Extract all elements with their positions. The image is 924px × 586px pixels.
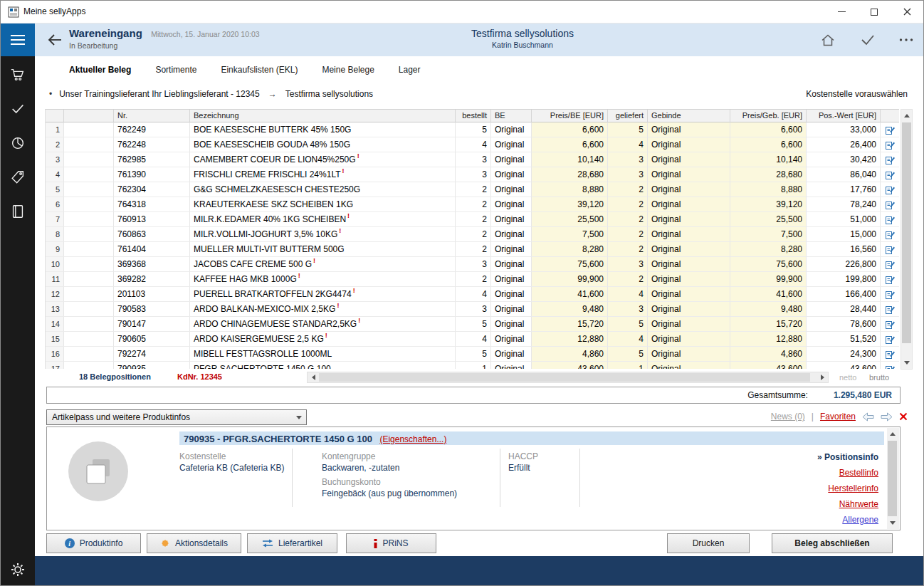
cell-gebinde[interactable]: Original bbox=[648, 362, 730, 369]
cell-preis-be[interactable]: 75,600 bbox=[532, 257, 608, 272]
cell-bestellt[interactable]: 4 bbox=[456, 137, 491, 152]
scrollbar-thumb[interactable] bbox=[902, 122, 911, 343]
table-row[interactable]: 11369282KAFFEE HAG MKB 1000G!2Original99… bbox=[46, 272, 899, 287]
cell-preis-geb[interactable]: 15,720 bbox=[730, 317, 807, 332]
tab-meine-belege[interactable]: Meine Belege bbox=[322, 65, 374, 75]
hscrollbar-thumb[interactable] bbox=[319, 373, 810, 382]
edit-position-icon[interactable] bbox=[881, 302, 899, 317]
edit-position-icon[interactable] bbox=[881, 242, 899, 257]
beleg-abschliessen-button[interactable]: Beleg abschließen bbox=[772, 533, 893, 553]
cell-preis-be[interactable]: 6,600 bbox=[532, 122, 608, 137]
table-row[interactable]: 2762248BOE KAESESCHEIB GOUDA 48% 150G4Or… bbox=[46, 137, 899, 152]
news-link[interactable]: News (0) bbox=[771, 412, 805, 422]
table-row[interactable]: 9761404MUELLER MULTI-VIT BUTTERM 500G2Or… bbox=[46, 242, 899, 257]
cell-geliefert[interactable]: 5 bbox=[608, 347, 648, 362]
positionsinfo-link[interactable]: » Positionsinfo bbox=[817, 449, 878, 465]
eigenschaften-link[interactable]: (Eigenschaften...) bbox=[379, 434, 446, 444]
cell-gebinde[interactable]: Original bbox=[648, 152, 730, 167]
cell-geliefert[interactable]: 4 bbox=[608, 137, 648, 152]
brutto-toggle[interactable]: brutto bbox=[869, 373, 889, 382]
cell-gebinde[interactable]: Original bbox=[648, 227, 730, 242]
cell-preis-geb[interactable]: 9,480 bbox=[730, 302, 807, 317]
sidebar-item-prices[interactable] bbox=[1, 160, 35, 194]
cell-geliefert[interactable]: 2 bbox=[608, 272, 648, 287]
sidebar-item-tasks[interactable] bbox=[1, 92, 35, 126]
favorites-link[interactable]: Favoriten bbox=[820, 412, 856, 422]
sidebar-item-cart[interactable] bbox=[1, 58, 35, 92]
table-row[interactable]: 6764318KRAEUTERKAESE SKZ SCHEIBEN 1KG2Or… bbox=[46, 197, 899, 212]
cell-preis-be[interactable]: 28,680 bbox=[532, 167, 608, 182]
cell-gebinde[interactable]: Original bbox=[648, 182, 730, 197]
table-row[interactable]: 8760863MILR.VOLLMI-JOGHURT 3,5% 10KG!2Or… bbox=[46, 227, 899, 242]
table-scrollbar[interactable] bbox=[901, 109, 913, 370]
bestellinfo-link[interactable]: Bestellinfo bbox=[817, 465, 878, 481]
cell-geliefert[interactable]: 4 bbox=[608, 332, 648, 347]
cell-geliefert[interactable]: 1 bbox=[608, 362, 648, 369]
supplier-name[interactable]: Unser Trainingslieferant Ihr Lieblingsli… bbox=[59, 89, 260, 99]
edit-position-icon[interactable] bbox=[881, 332, 899, 347]
scroll-right-icon[interactable] bbox=[817, 372, 828, 382]
cell-geliefert[interactable]: 2 bbox=[608, 227, 648, 242]
cell-bestellt[interactable]: 5 bbox=[456, 317, 491, 332]
cell-preis-be[interactable]: 25,500 bbox=[532, 212, 608, 227]
cell-bestellt[interactable]: 3 bbox=[456, 302, 491, 317]
header-bestellt[interactable]: bestellt bbox=[456, 110, 491, 122]
cell-preis-be[interactable]: 39,120 bbox=[532, 197, 608, 212]
hamburger-menu-button[interactable] bbox=[1, 23, 35, 56]
cell-bestellt[interactable]: 2 bbox=[456, 272, 491, 287]
scroll-down-icon[interactable] bbox=[901, 357, 912, 369]
table-row[interactable]: 12201103PUERELL BRATKARTOFFELN 2KG4474!4… bbox=[46, 287, 899, 302]
cell-geliefert[interactable]: 5 bbox=[608, 122, 648, 137]
cell-preis-geb[interactable]: 4,860 bbox=[730, 347, 807, 362]
cell-preis-be[interactable]: 12,880 bbox=[532, 332, 608, 347]
cell-gebinde[interactable]: Original bbox=[648, 272, 730, 287]
cell-bestellt[interactable]: 2 bbox=[456, 197, 491, 212]
table-row[interactable]: 14790147ARDO CHINAGEMUESE STANDAR2,5KG!5… bbox=[46, 317, 899, 332]
cell-preis-geb[interactable]: 6,600 bbox=[730, 137, 807, 152]
table-row[interactable]: 13790583ARDO BALKAN-MEXICO-MIX 2,5KG!3Or… bbox=[46, 302, 899, 317]
table-hscrollbar[interactable] bbox=[307, 372, 829, 383]
edit-position-icon[interactable] bbox=[881, 257, 899, 272]
detail-scrollbar[interactable] bbox=[887, 428, 899, 529]
edit-position-icon[interactable] bbox=[881, 122, 899, 137]
cell-preis-geb[interactable]: 6,600 bbox=[730, 122, 807, 137]
cell-gebinde[interactable]: Original bbox=[648, 122, 730, 137]
edit-position-icon[interactable] bbox=[881, 272, 899, 287]
header-be[interactable]: BE bbox=[491, 110, 532, 122]
cell-preis-geb[interactable]: 75,600 bbox=[730, 257, 807, 272]
tab-aktueller-beleg[interactable]: Aktueller Beleg bbox=[69, 65, 131, 75]
maximize-button[interactable] bbox=[858, 1, 891, 23]
allergene-link[interactable]: Allergene bbox=[817, 512, 878, 528]
edit-position-icon[interactable] bbox=[881, 317, 899, 332]
prev-arrow-icon[interactable] bbox=[862, 412, 874, 422]
cell-preis-geb[interactable]: 12,880 bbox=[730, 332, 807, 347]
cell-geliefert[interactable]: 2 bbox=[608, 242, 648, 257]
cell-bestellt[interactable]: 2 bbox=[456, 227, 491, 242]
herstellerinfo-link[interactable]: Herstellerinfo bbox=[817, 481, 878, 496]
tab-sortimente[interactable]: Sortimente bbox=[155, 65, 196, 75]
cell-preis-geb[interactable]: 28,680 bbox=[730, 167, 807, 182]
cell-bestellt[interactable]: 3 bbox=[456, 257, 491, 272]
edit-position-icon[interactable] bbox=[881, 182, 899, 197]
header-gebinde[interactable]: Gebinde bbox=[648, 110, 730, 122]
naehrwerte-link[interactable]: Nährwerte bbox=[817, 496, 878, 512]
cell-geliefert[interactable]: 3 bbox=[608, 302, 648, 317]
tab-lager[interactable]: Lager bbox=[399, 65, 421, 75]
cell-gebinde[interactable]: Original bbox=[648, 257, 730, 272]
cell-preis-be[interactable]: 7,500 bbox=[532, 227, 608, 242]
cell-gebinde[interactable]: Original bbox=[648, 242, 730, 257]
cell-bestellt[interactable]: 1 bbox=[456, 362, 491, 369]
close-infopanel-icon[interactable] bbox=[899, 412, 908, 421]
edit-position-icon[interactable] bbox=[881, 227, 899, 242]
table-row[interactable]: 4761390FRISCHLI CREME FRISCHLI 24%1LT!3O… bbox=[46, 167, 899, 182]
cell-geliefert[interactable]: 3 bbox=[608, 257, 648, 272]
table-row[interactable]: 7760913MILR.K.EDAMER 40% 1KG SCHEIBEN!2O… bbox=[46, 212, 899, 227]
cell-bestellt[interactable]: 2 bbox=[456, 182, 491, 197]
cell-preis-geb[interactable]: 10,140 bbox=[730, 152, 807, 167]
table-row[interactable]: 15790605ARDO KAISERGEMUESE 2,5 KG!4Origi… bbox=[46, 332, 899, 347]
edit-position-icon[interactable] bbox=[881, 287, 899, 302]
cell-preis-be[interactable]: 43,600 bbox=[532, 362, 608, 369]
cell-geliefert[interactable]: 2 bbox=[608, 212, 648, 227]
cell-preis-geb[interactable]: 8,280 bbox=[730, 242, 807, 257]
header-preis-be[interactable]: Preis/BE [EUR] bbox=[532, 110, 608, 122]
